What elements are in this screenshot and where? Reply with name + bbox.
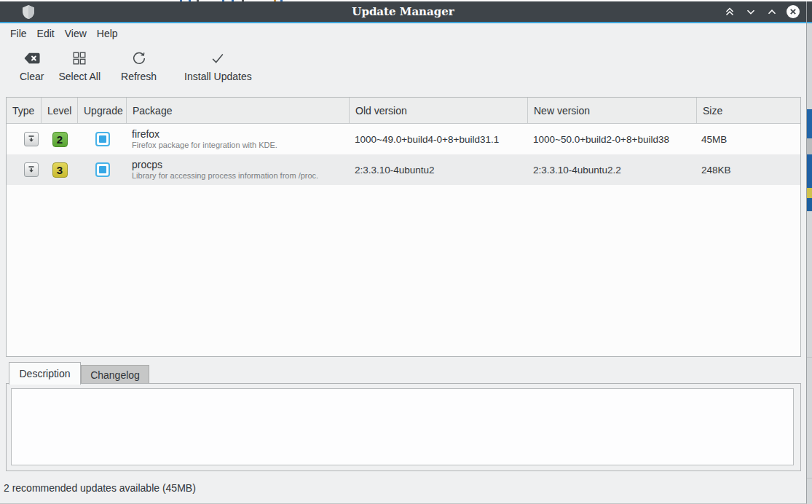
column-header-old-version[interactable]: Old version: [350, 98, 528, 123]
type-cell: [7, 154, 42, 185]
clear-label: Clear: [20, 71, 44, 82]
table-row-firefox[interactable]: 2 firefox Firefox package for integratio…: [7, 124, 800, 154]
size-cell: 248KB: [697, 154, 800, 185]
new-version-cell: 2:3.3.10-4ubuntu2.2: [528, 154, 697, 185]
menubar: File Edit View Help: [0, 23, 806, 44]
minimize-icon[interactable]: [744, 4, 758, 19]
level-badge: 2: [52, 132, 68, 147]
refresh-button[interactable]: Refresh: [114, 45, 164, 82]
download-arrow-icon: [24, 162, 39, 177]
clear-button[interactable]: Clear: [12, 45, 51, 82]
old-version-cell: 2:3.3.10-4ubuntu2: [350, 154, 528, 185]
package-summary: Firefox package for integration with KDE…: [132, 141, 277, 150]
status-text: 2 recommended updates available (45MB): [4, 482, 196, 494]
clear-backspace-icon: [23, 50, 41, 67]
package-name: firefox: [132, 128, 159, 140]
column-header-size[interactable]: Size: [697, 98, 800, 123]
close-icon[interactable]: [786, 4, 800, 19]
menu-help[interactable]: Help: [92, 25, 123, 42]
upgrade-checkbox[interactable]: [95, 132, 110, 146]
package-cell: firefox Firefox package for integration …: [127, 124, 350, 154]
level-cell: 3: [42, 154, 78, 185]
package-summary: Library for accessing process informatio…: [132, 171, 318, 181]
old-version-cell: 1000~49.0+build4-0+8+build31.1: [350, 124, 528, 154]
window-title: Update Manager: [0, 1, 806, 22]
select-all-label: Select All: [58, 71, 100, 82]
column-header-upgrade[interactable]: Upgrade: [78, 98, 127, 123]
column-header-level[interactable]: Level: [42, 98, 78, 123]
column-header-type[interactable]: Type: [7, 98, 42, 123]
select-all-button[interactable]: Select All: [51, 45, 108, 82]
new-version-cell: 1000~50.0+build2-0+8+build38: [528, 124, 697, 154]
background-window-fragment-top: [0, 0, 812, 1]
description-textarea[interactable]: [11, 388, 794, 465]
install-updates-button[interactable]: Install Updates: [177, 45, 259, 82]
detail-tabs: Description Changelog: [6, 361, 149, 385]
screen: Update Manager: [0, 0, 812, 504]
background-window-fragment-right: [807, 0, 812, 504]
checkbox-mark: [99, 166, 106, 173]
table-row-procps[interactable]: 3 procps Library for accessing process i…: [7, 154, 800, 185]
upgrade-cell: [78, 154, 127, 185]
toolbar: Clear Select All: [0, 45, 806, 92]
refresh-label: Refresh: [121, 71, 157, 82]
package-cell: procps Library for accessing process inf…: [127, 154, 350, 185]
install-updates-label: Install Updates: [184, 71, 252, 82]
updates-table: Type Level Upgrade Package Old version N…: [6, 97, 801, 357]
level-badge: 3: [52, 162, 68, 178]
menu-view[interactable]: View: [60, 25, 92, 42]
update-manager-window: Update Manager: [0, 1, 807, 504]
titlebar[interactable]: Update Manager: [0, 1, 806, 22]
description-panel: [6, 383, 801, 471]
select-all-icon: [71, 50, 88, 67]
tab-changelog[interactable]: Changelog: [81, 365, 149, 385]
window-controls: [722, 1, 800, 22]
size-cell: 45MB: [697, 124, 800, 154]
menu-edit[interactable]: Edit: [32, 25, 60, 42]
statusbar: 2 recommended updates available (45MB): [0, 473, 806, 503]
upgrade-checkbox[interactable]: [95, 162, 110, 177]
upgrade-cell: [78, 124, 127, 154]
tab-description[interactable]: Description: [9, 362, 81, 385]
maximize-icon[interactable]: [765, 4, 779, 19]
checkbox-mark: [99, 135, 106, 143]
column-header-package[interactable]: Package: [127, 98, 350, 123]
level-cell: 2: [42, 124, 78, 154]
package-name: procps: [132, 159, 162, 170]
table-header-row: Type Level Upgrade Package Old version N…: [7, 98, 800, 124]
menu-file[interactable]: File: [5, 25, 32, 42]
checkmark-icon: [209, 50, 226, 67]
keep-above-icon[interactable]: [722, 4, 737, 19]
type-cell: [7, 124, 42, 154]
refresh-icon: [130, 50, 148, 67]
column-header-new-version[interactable]: New version: [528, 98, 697, 123]
download-arrow-icon: [24, 132, 39, 146]
